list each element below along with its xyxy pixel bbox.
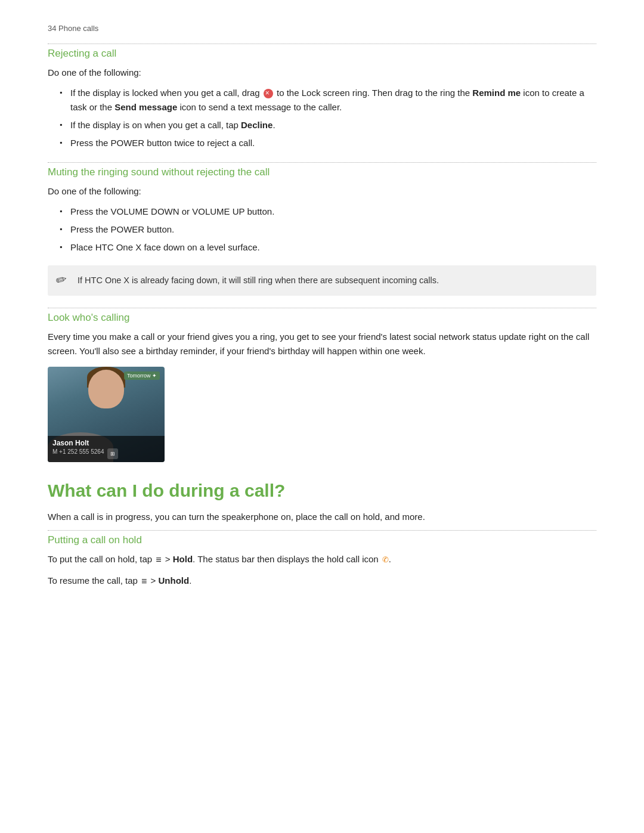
call-action-button: ⊞	[107, 448, 118, 459]
section-title-rejecting: Rejecting a call	[48, 48, 596, 60]
menu-icon-2: ≡	[141, 574, 147, 589]
page-header: 34 Phone calls	[48, 24, 596, 33]
red-circle-icon	[264, 89, 273, 98]
list-item: Press the POWER button twice to reject a…	[60, 136, 596, 150]
hold-para1: To put the call on hold, tap ≡ > Hold. T…	[48, 552, 596, 568]
section-what-can-i-do: What can I do during a call? When a call…	[48, 480, 596, 589]
rejecting-bullets: If the display is locked when you get a …	[48, 86, 596, 150]
hold-para2: To resume the call, tap ≡ > Unhold.	[48, 574, 596, 589]
main-intro: When a call is in progress, you can turn…	[48, 510, 596, 524]
rejecting-intro: Do one of the following:	[48, 66, 596, 80]
muting-intro: Do one of the following:	[48, 184, 596, 199]
section-putting-on-hold: Putting a call on hold To put the call o…	[48, 530, 596, 589]
section-title-look: Look who's calling	[48, 312, 596, 324]
muting-bullets: Press the VOLUME DOWN or VOLUME UP butto…	[48, 205, 596, 255]
hold-call-icon: ✆︎	[382, 554, 389, 566]
divider-rejecting	[48, 44, 596, 44]
look-body: Every time you make a call or your frien…	[48, 330, 596, 358]
list-item: If the display is locked when you get a …	[60, 86, 596, 114]
menu-icon-1: ≡	[156, 552, 161, 568]
call-info-bar: Jason Holt M +1 252 555 5264 ⊞	[48, 436, 165, 462]
divider-muting	[48, 162, 596, 163]
call-number: M +1 252 555 5264	[52, 448, 104, 459]
call-screenshot: Tomorrow ✦ Jason Holt M +1 252 555 5264 …	[48, 367, 165, 462]
section-rejecting: Rejecting a call Do one of the following…	[48, 44, 596, 150]
section-title-muting: Muting the ringing sound without rejecti…	[48, 166, 596, 178]
divider-hold	[48, 530, 596, 531]
call-icon-row: M +1 252 555 5264 ⊞	[52, 448, 160, 459]
list-item: If the display is on when you get a call…	[60, 118, 596, 132]
section-muting: Muting the ringing sound without rejecti…	[48, 162, 596, 296]
call-contact-name: Jason Holt	[52, 439, 160, 447]
section-title-hold: Putting a call on hold	[48, 534, 596, 546]
divider-look	[48, 308, 596, 308]
person-face	[88, 370, 124, 408]
note-text: If HTC One X is already facing down, it …	[78, 275, 439, 285]
main-heading: What can I do during a call?	[48, 480, 596, 501]
list-item: Press the VOLUME DOWN or VOLUME UP butto…	[60, 205, 596, 219]
section-look-whos-calling: Look who's calling Every time you make a…	[48, 308, 596, 462]
pencil-icon: ✏	[54, 271, 69, 289]
call-badge: Tomorrow ✦	[124, 371, 160, 380]
note-box: ✏ If HTC One X is already facing down, i…	[48, 265, 596, 296]
list-item: Press the POWER button.	[60, 222, 596, 237]
list-item: Place HTC One X face down on a level sur…	[60, 240, 596, 255]
